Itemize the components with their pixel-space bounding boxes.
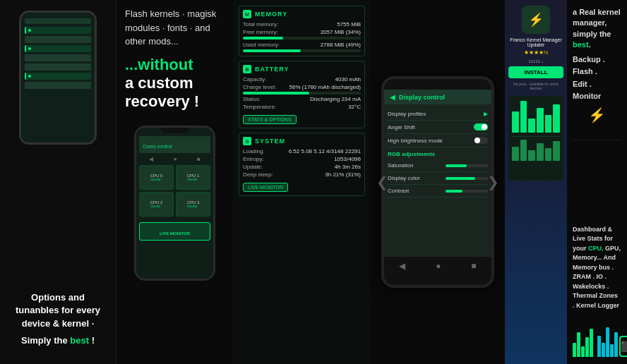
display-color-row[interactable]: Display color (388, 172, 488, 185)
cb6 (597, 336, 601, 357)
system-title: SYSTEM (255, 138, 285, 145)
live-monitor-btn[interactable]: LIVE MONITOR (243, 183, 288, 192)
best-label: best (70, 335, 89, 346)
cpu3-status: ONLINE (187, 205, 200, 208)
loading-value: 6.52 5.08 5.12 4/3148 22291 (289, 148, 361, 154)
angle-shift-toggle[interactable] (474, 123, 488, 131)
edit-item: Edit . (573, 78, 621, 91)
nav-circle-icon[interactable]: ● (174, 156, 177, 162)
chip-icon: ⬛ (619, 336, 627, 357)
cpu3-cell: CPU 3 ONLINE (176, 192, 210, 217)
phone-menu-item-4[interactable] (25, 63, 91, 71)
brightness-row[interactable]: High brightness mode (388, 134, 488, 147)
cb5 (590, 329, 593, 357)
contrast-label: Contrast (388, 188, 409, 194)
display-color-label: Display color (388, 175, 420, 181)
display-control-title: Display control (399, 94, 445, 101)
contrast-row[interactable]: Contrast (388, 185, 488, 198)
nav-home-btn[interactable]: ● (436, 261, 441, 271)
install-button[interactable]: INSTALL (508, 66, 563, 78)
cb2 (577, 332, 580, 357)
bar-b3 (528, 150, 535, 161)
chart-bars-2 (597, 322, 618, 357)
live-monitor-btn-phone[interactable]: LIVE MONITOR (160, 231, 190, 236)
phone-menu-item-3[interactable] (25, 54, 91, 61)
stats-options-btn[interactable]: STATS & OPTIONS (243, 115, 297, 124)
col1-options: Options and tunanbles for every device &… (0, 0, 117, 364)
saturation-row[interactable]: Saturation (388, 159, 488, 172)
deep-sleep-label: Deep sleep: (243, 171, 273, 178)
col2-phone-container: Cores control ◀ ● ■ CPU 0 ONLINE (125, 126, 225, 357)
saturation-fill (446, 164, 467, 167)
flash-kernels-text: Flash kernels · magisk modules · fonts ·… (125, 7, 225, 49)
uptime-value: 4h 3m 26s (335, 164, 361, 170)
used-memory-bar (243, 49, 301, 52)
lightning-icon: ⚡ (573, 107, 621, 123)
temp-label: Temperature: (243, 104, 276, 110)
memory-icon: M (243, 10, 251, 18)
app-screenshot (508, 96, 563, 181)
price-text: No price - available for some devices (508, 82, 563, 90)
real-kernel-section: a Real kernel manager, simply the best. … (573, 7, 621, 127)
col3-stats: M MEMORY Total memory: 5755 MiB Free mem… (233, 0, 371, 364)
used-memory-value: 2788 MiB (49%) (321, 42, 361, 48)
cb4 (585, 337, 589, 357)
saturation-slider[interactable] (446, 164, 488, 167)
phone-menu-dashboard[interactable] (25, 27, 91, 34)
loading-label: Loading: (243, 148, 265, 154)
phone-mockup-large: ◀ Display control Display profiles ▶ Ang… (381, 76, 494, 288)
brightness-toggle[interactable] (474, 137, 488, 144)
back-arrow[interactable]: ◀ (390, 93, 395, 101)
angle-shift-row[interactable]: Angle Shift (388, 121, 488, 134)
rating-count: 11111 ↓ (508, 59, 563, 63)
brightness-label: High brightness mode (388, 138, 443, 144)
cpu0-label: CPU 0 (150, 174, 163, 178)
app-rating: ★★★★½ (508, 49, 563, 56)
carousel-right-arrow[interactable]: ❯ (487, 174, 499, 190)
monitor-item: Monitor (573, 90, 621, 103)
phone-menu-item-6[interactable] (25, 82, 91, 89)
phone-large-screen: ◀ Display control Display profiles ▶ Ang… (384, 90, 491, 274)
bar-2 (520, 101, 527, 133)
angle-shift-label: Angle Shift (388, 124, 415, 131)
col1-bottom-text: Options and tunanbles for every device &… (6, 286, 110, 357)
cpu-highlight: CPU, (588, 245, 604, 252)
free-memory-label: Free memory: (243, 29, 278, 35)
display-profiles-row[interactable]: Display profiles ▶ (388, 108, 488, 121)
used-memory-bar-container (243, 49, 361, 52)
display-profiles-arrow: ▶ (484, 111, 488, 117)
display-profiles-label: Display profiles (388, 111, 426, 117)
saturation-label: Saturation (388, 162, 413, 169)
memory-section: M MEMORY Total memory: 5755 MiB Free mem… (239, 6, 365, 56)
phone-menu-item-5[interactable] (25, 73, 91, 80)
free-memory-bar (243, 37, 283, 40)
charge-bar (243, 92, 309, 95)
bar-b2 (520, 140, 527, 161)
nav-back-icon[interactable]: ◀ (149, 156, 153, 162)
cb10 (614, 332, 618, 357)
entropy-label: Entropy: (243, 156, 264, 162)
best-highlight: best (573, 40, 589, 49)
nav-back-btn[interactable]: ◀ (399, 261, 405, 271)
deep-sleep-value: 3h 21% (31%) (325, 171, 361, 178)
col5-play-store: ⚡ Franco Kernel Manager Updater ★★★★½ 11… (505, 0, 567, 364)
phone-menu-item-1[interactable] (25, 36, 91, 43)
contrast-slider[interactable] (446, 190, 488, 193)
total-memory-label: Total memory: (243, 21, 278, 28)
options-tunanbles-text: Options and tunanbles for every device &… (9, 291, 107, 330)
bar-b4 (537, 143, 544, 161)
cb9 (610, 344, 614, 357)
status-label: Status: (243, 96, 261, 102)
phone-large-notch (420, 79, 455, 86)
entropy-value: 1053/4096 (334, 156, 361, 162)
phone-mockup-medium: Cores control ◀ ● ■ CPU 0 ONLINE (134, 126, 215, 281)
display-color-slider[interactable] (446, 177, 488, 180)
carousel-left-arrow[interactable]: ❮ (376, 174, 388, 190)
uptime-label: Update: (243, 164, 263, 170)
bar-1 (512, 111, 519, 133)
cb7 (602, 343, 605, 357)
phone-menu-item-2[interactable] (25, 45, 91, 52)
nav-recents-btn[interactable]: ■ (471, 261, 476, 271)
simply-best-text: Simply the best ! (9, 334, 107, 347)
nav-square-icon[interactable]: ■ (197, 156, 201, 162)
